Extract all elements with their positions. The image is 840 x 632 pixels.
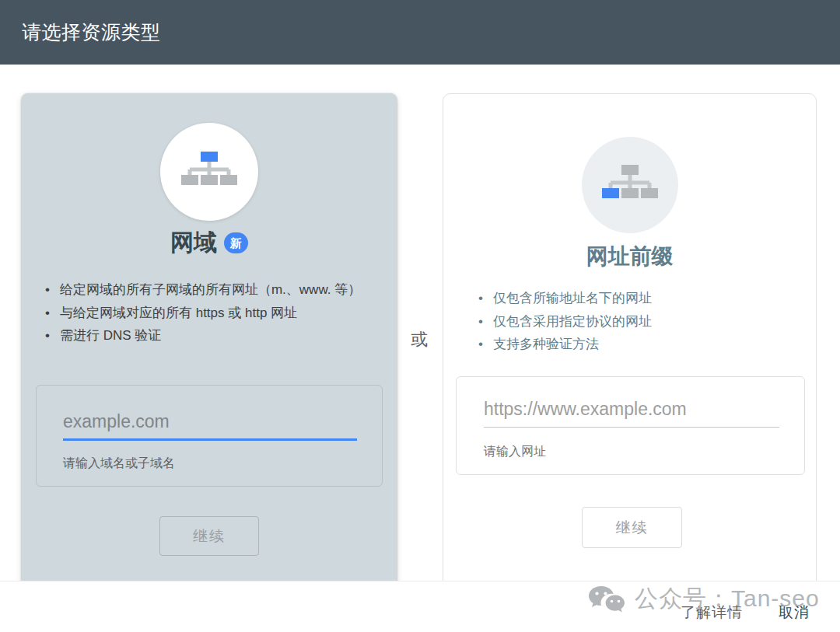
- domain-continue-button[interactable]: 继续: [159, 516, 259, 556]
- new-badge: 新: [224, 232, 248, 253]
- select-property-type-dialog: 请选择资源类型 网域 新 给定网域的所有子网域的所有网址（m.、www. 等）: [0, 0, 840, 632]
- url-prefix-feature-list: 仅包含所输地址名下的网址 仅包含采用指定协议的网址 支持多种验证方法: [471, 287, 805, 356]
- url-prefix-feature-item: 支持多种验证方法: [471, 333, 805, 356]
- domain-feature-list: 给定网域的所有子网域的所有网址（m.、www. 等） 与给定网域对应的所有 ht…: [37, 278, 383, 347]
- domain-input-box: 请输入域名或子域名: [36, 385, 383, 487]
- domain-input[interactable]: [63, 411, 357, 441]
- dialog-title: 请选择资源类型: [22, 19, 161, 45]
- url-prefix-card-title: 网址前缀: [586, 242, 674, 271]
- url-prefix-input[interactable]: [484, 399, 779, 428]
- url-prefix-feature-item: 仅包含采用指定协议的网址: [471, 310, 805, 333]
- domain-input-helper: 请输入域名或子域名: [63, 456, 175, 472]
- dialog-body: 网域 新 给定网域的所有子网域的所有网址（m.、www. 等） 与给定网域对应的…: [0, 65, 840, 581]
- domain-feature-item: 与给定网域对应的所有 https 或 http 网址: [37, 302, 383, 325]
- url-prefix-continue-button[interactable]: 继续: [582, 507, 682, 548]
- url-prefix-icon-circle: [582, 137, 678, 233]
- sitemap-tree-icon: [601, 165, 659, 205]
- domain-feature-item: 给定网域的所有子网域的所有网址（m.、www. 等）: [37, 278, 383, 302]
- domain-property-card: 网域 新 给定网域的所有子网域的所有网址（m.、www. 等） 与给定网域对应的…: [22, 93, 397, 581]
- domain-icon-circle: [160, 123, 258, 221]
- dialog-footer: 了解详情 取消: [0, 581, 840, 632]
- url-prefix-feature-item: 仅包含所输地址名下的网址: [471, 287, 805, 310]
- url-prefix-input-helper: 请输入网址: [484, 444, 546, 460]
- domain-card-title: 网域: [170, 227, 217, 259]
- sitemap-tree-icon: [180, 152, 238, 192]
- learn-more-button[interactable]: 了解详情: [681, 602, 743, 623]
- cancel-button[interactable]: 取消: [779, 602, 810, 623]
- domain-title-row: 网域 新: [22, 227, 397, 259]
- dialog-header: 请选择资源类型: [0, 0, 840, 65]
- url-prefix-title-row: 网址前缀: [443, 242, 816, 271]
- or-divider-label: 或: [396, 328, 443, 351]
- url-prefix-input-box: 请输入网址: [456, 376, 805, 475]
- url-prefix-property-card: 网址前缀 仅包含所输地址名下的网址 仅包含采用指定协议的网址 支持多种验证方法 …: [443, 93, 817, 581]
- domain-feature-item: 需进行 DNS 验证: [37, 324, 383, 347]
